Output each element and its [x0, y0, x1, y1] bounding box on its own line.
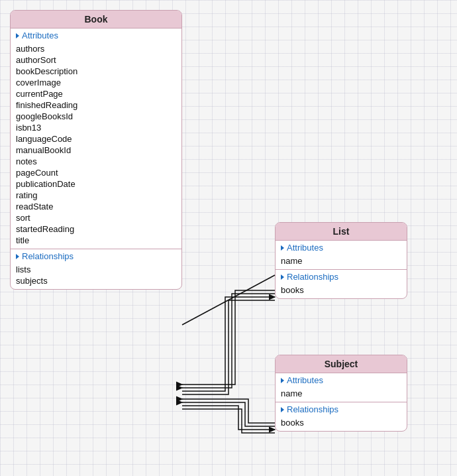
- subject-relationships-label: Relationships: [287, 404, 338, 414]
- book-attributes-header[interactable]: Attributes: [11, 29, 181, 42]
- list-item: books: [281, 417, 401, 428]
- book-to-subject-line2: [182, 409, 275, 433]
- subject-relationships-list: books: [276, 416, 407, 431]
- list-item: isbn13: [16, 122, 176, 133]
- book-title: Book: [11, 11, 181, 29]
- list-item: rating: [16, 190, 176, 201]
- list-attributes-header[interactable]: Attributes: [276, 241, 407, 254]
- list-relationships-label: Relationships: [287, 272, 338, 282]
- subject-attributes-list: name: [276, 387, 407, 402]
- list-attributes-list: name: [276, 254, 407, 269]
- list-item: pageCount: [16, 167, 176, 178]
- list-item: authorSort: [16, 54, 176, 66]
- list-item: lists: [16, 264, 176, 275]
- list-item: startedReading: [16, 223, 176, 235]
- subject-attributes-header[interactable]: Attributes: [276, 373, 407, 387]
- subject-to-book-line2: [182, 399, 275, 423]
- list-item: coverImage: [16, 77, 176, 88]
- triangle-icon: [16, 33, 19, 38]
- book-list-connector: [182, 275, 275, 325]
- triangle-icon: [281, 378, 284, 383]
- subject-relationships-header[interactable]: Relationships: [276, 402, 407, 416]
- list-item: googleBooksId: [16, 111, 176, 122]
- book-to-list-line2: [182, 300, 275, 394]
- list-item: notes: [16, 156, 176, 167]
- subject-attributes-label: Attributes: [287, 375, 323, 385]
- list-item: finishedReading: [16, 99, 176, 111]
- list-item: books: [281, 284, 401, 296]
- list-item: bookDescription: [16, 66, 176, 77]
- list-item: publicationDate: [16, 178, 176, 190]
- subject-title: Subject: [276, 355, 407, 373]
- list-item: manualBookId: [16, 145, 176, 156]
- book-attributes-list: authors authorSort bookDescription cover…: [11, 42, 181, 249]
- list-title: List: [276, 223, 407, 241]
- list-attributes-label: Attributes: [287, 243, 323, 253]
- book-entity: Book Attributes authors authorSort bookD…: [10, 10, 182, 290]
- list-relationships-header[interactable]: Relationships: [276, 270, 407, 283]
- list-to-book-line: [182, 294, 275, 388]
- list-item: name: [281, 255, 401, 267]
- triangle-icon: [281, 407, 284, 412]
- subject-to-book-line: [182, 402, 275, 426]
- list-item: sort: [16, 212, 176, 223]
- list-item: subjects: [16, 275, 176, 286]
- subject-entity: Subject Attributes name Relationships bo…: [275, 355, 407, 432]
- list-item: name: [281, 388, 401, 399]
- book-to-subject-line: [182, 406, 275, 430]
- list-item: readState: [16, 201, 176, 212]
- list-item: currentPage: [16, 88, 176, 99]
- book-relationships-label: Relationships: [22, 251, 74, 261]
- book-relationships-header[interactable]: Relationships: [11, 249, 181, 263]
- book-attributes-label: Attributes: [22, 30, 58, 40]
- list-relationships-list: books: [276, 283, 407, 298]
- list-item: authors: [16, 43, 176, 54]
- list-item: languageCode: [16, 133, 176, 145]
- list-entity: List Attributes name Relationships books: [275, 222, 407, 299]
- book-to-list-line: [182, 297, 275, 391]
- book-relationships-list: lists subjects: [11, 263, 181, 289]
- list-to-book-line2: [182, 290, 275, 385]
- triangle-icon: [16, 254, 19, 259]
- triangle-icon: [281, 245, 284, 251]
- list-item: title: [16, 235, 176, 246]
- triangle-icon: [281, 274, 284, 280]
